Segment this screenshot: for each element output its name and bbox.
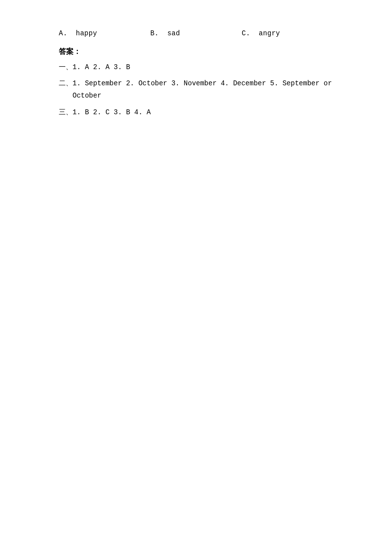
option-a-label: A. bbox=[59, 29, 67, 37]
answer-line-1: 一、 1. A 2. A 3. B bbox=[59, 61, 333, 74]
option-b-value: sad bbox=[167, 29, 180, 37]
line3-content: 1. B 2. C 3. B 4. A bbox=[73, 106, 151, 119]
options-row: A. happy B. sad C. angry bbox=[59, 29, 333, 37]
option-a: A. happy bbox=[59, 29, 150, 37]
line2-content: 1. September 2. October 3. November 4. D… bbox=[73, 77, 332, 90]
answer-line-3: 三、 1. B 2. C 3. B 4. A bbox=[59, 106, 333, 119]
option-b: B. sad bbox=[150, 29, 242, 37]
line3-prefix: 三、 bbox=[59, 106, 73, 119]
answer-line-2: 二、 1. September 2. October 3. November 4… bbox=[59, 77, 333, 90]
line2-prefix: 二、 bbox=[59, 77, 73, 90]
line1-content: 1. A 2. A 3. B bbox=[73, 61, 130, 74]
option-a-value: happy bbox=[76, 29, 97, 37]
answer-section: 答案： 一、 1. A 2. A 3. B 二、 1. September 2.… bbox=[59, 47, 333, 119]
option-c: C. angry bbox=[242, 29, 333, 37]
option-c-value: angry bbox=[259, 29, 280, 37]
line2-continuation-text: October bbox=[73, 92, 101, 100]
line1-prefix: 一、 bbox=[59, 61, 73, 74]
page-content: A. happy B. sad C. angry 答案： 一、 1. A 2. … bbox=[0, 0, 392, 152]
option-b-label: B. bbox=[150, 29, 159, 37]
option-c-label: C. bbox=[242, 29, 250, 37]
answer-line-2-continuation: October bbox=[73, 90, 333, 102]
answer-title: 答案： bbox=[59, 47, 333, 56]
